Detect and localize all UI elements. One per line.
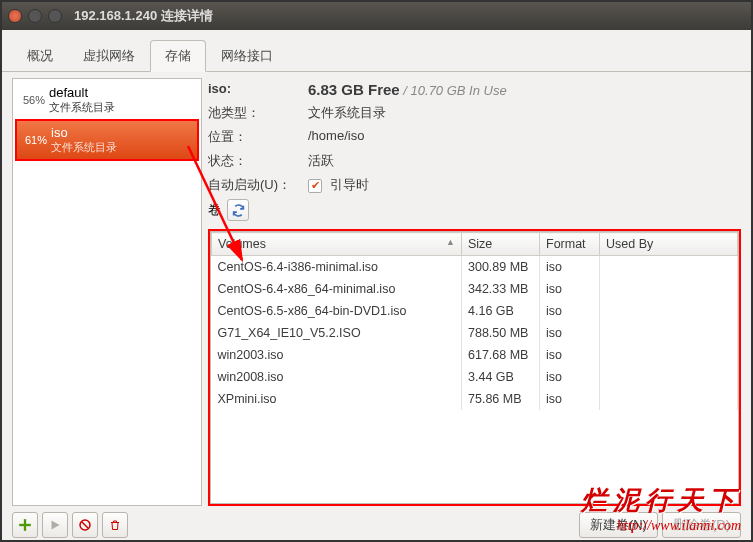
pool-detail: iso: 6.83 GB Free / 10.70 GB In Use 池类型：… xyxy=(208,78,741,506)
watermark-text: 烂泥行天下 xyxy=(581,483,741,518)
start-pool-button[interactable] xyxy=(42,512,68,538)
tab-network-interface[interactable]: 网络接口 xyxy=(206,40,288,72)
location-label: 位置： xyxy=(208,128,308,146)
tab-bar: 概况 虚拟网络 存储 网络接口 xyxy=(2,30,751,72)
state-label: 状态： xyxy=(208,152,308,170)
tab-storage[interactable]: 存储 xyxy=(150,40,206,72)
stop-pool-button[interactable] xyxy=(72,512,98,538)
stop-icon xyxy=(79,519,91,531)
col-volumes[interactable]: Volumes▲ xyxy=(212,233,462,256)
add-pool-button[interactable] xyxy=(12,512,38,538)
svg-line-4 xyxy=(82,522,88,528)
pool-type: 文件系统目录 xyxy=(49,100,195,115)
svg-rect-1 xyxy=(19,524,31,526)
volume-table: Volumes▲ Size Format Used By CentOS-6.4-… xyxy=(211,232,738,410)
volume-table-highlight: Volumes▲ Size Format Used By CentOS-6.4-… xyxy=(208,229,741,506)
table-row[interactable]: XPmini.iso75.86 MBiso xyxy=(212,388,738,410)
pool-item-iso[interactable]: 61% iso 文件系统目录 xyxy=(17,121,197,159)
play-icon xyxy=(49,519,61,531)
autostart-label: 自动启动(U)： xyxy=(208,176,308,194)
pool-item-default[interactable]: 56% default 文件系统目录 xyxy=(15,81,199,119)
window-close-button[interactable] xyxy=(8,9,22,23)
pool-usage-pct: 61% xyxy=(21,134,47,146)
pool-name: iso xyxy=(51,125,193,140)
table-row[interactable]: win2003.iso617.68 MBiso xyxy=(212,344,738,366)
table-row[interactable]: G71_X64_IE10_V5.2.ISO788.50 MBiso xyxy=(212,322,738,344)
window-minimize-button[interactable] xyxy=(28,9,42,23)
watermark-url: http://www.ilanni.com xyxy=(581,518,741,534)
col-format[interactable]: Format xyxy=(540,233,600,256)
window-title: 192.168.1.240 连接详情 xyxy=(74,7,213,25)
svg-marker-2 xyxy=(52,521,60,530)
table-row[interactable]: CentOS-6.5-x86_64-bin-DVD1.iso4.16 GBiso xyxy=(212,300,738,322)
location-value: /home/iso xyxy=(308,128,741,146)
state-value: 活跃 xyxy=(308,152,741,170)
titlebar: 192.168.1.240 连接详情 xyxy=(2,2,751,30)
watermark: 烂泥行天下 http://www.ilanni.com xyxy=(581,483,741,534)
tab-overview[interactable]: 概况 xyxy=(12,40,68,72)
refresh-button[interactable] xyxy=(227,199,249,221)
annotation-highlight: 61% iso 文件系统目录 xyxy=(15,119,199,161)
table-row[interactable]: win2008.iso3.44 GBiso xyxy=(212,366,738,388)
pool-list: 56% default 文件系统目录 61% iso 文件系统目录 xyxy=(12,78,202,506)
pool-detail-name-label: iso: xyxy=(208,81,231,96)
pool-name: default xyxy=(49,85,195,100)
autostart-checkbox[interactable] xyxy=(308,179,322,193)
trash-icon xyxy=(109,519,121,531)
window-maximize-button[interactable] xyxy=(48,9,62,23)
pool-free-space: 6.83 GB Free xyxy=(308,81,400,98)
pool-usage-pct: 56% xyxy=(19,94,45,106)
delete-pool-button[interactable] xyxy=(102,512,128,538)
table-row[interactable]: CentOS-6.4-i386-minimal.iso300.89 MBiso xyxy=(212,256,738,279)
autostart-value: 引导时 xyxy=(330,177,369,192)
sort-asc-icon: ▲ xyxy=(446,237,455,247)
col-size[interactable]: Size xyxy=(462,233,540,256)
tab-virtual-network[interactable]: 虚拟网络 xyxy=(68,40,150,72)
col-used-by[interactable]: Used By xyxy=(600,233,738,256)
pool-type-label: 池类型： xyxy=(208,104,308,122)
pool-in-use: / 10.70 GB In Use xyxy=(403,83,506,98)
pool-type-value: 文件系统目录 xyxy=(308,104,741,122)
plus-icon xyxy=(18,518,32,532)
table-row[interactable]: CentOS-6.4-x86_64-minimal.iso342.33 MBis… xyxy=(212,278,738,300)
volumes-label: 卷 xyxy=(208,201,221,219)
refresh-icon xyxy=(232,204,245,217)
pool-type: 文件系统目录 xyxy=(51,140,193,155)
